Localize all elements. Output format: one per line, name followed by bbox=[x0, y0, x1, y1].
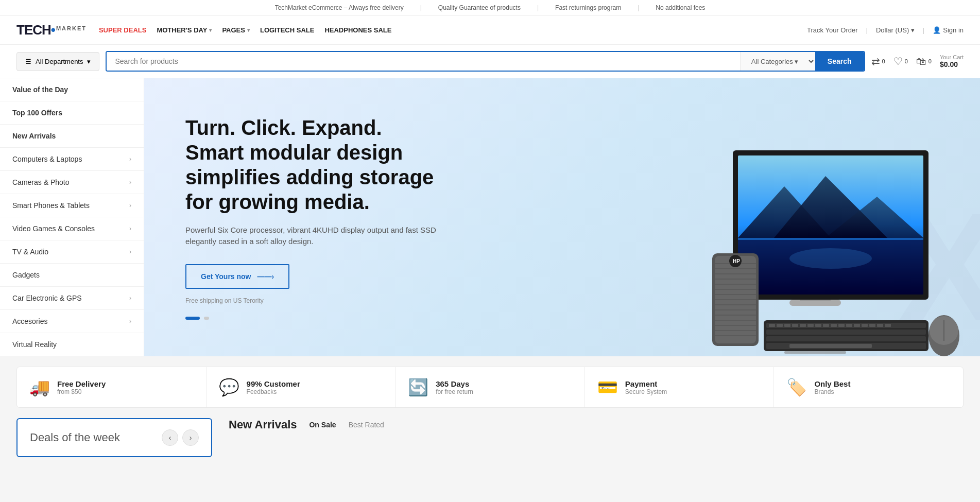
feature-text: 365 Days for free return bbox=[436, 379, 473, 395]
sidebar-item-label: Gadgets bbox=[12, 271, 40, 279]
svg-rect-41 bbox=[807, 324, 814, 327]
tab-on-sale[interactable]: On Sale bbox=[309, 421, 336, 429]
svg-rect-34 bbox=[766, 336, 926, 341]
chevron-down-icon: ▾ bbox=[911, 26, 915, 34]
sidebar-item-label: Computers & Laptops bbox=[12, 155, 82, 163]
currency-selector[interactable]: Dollar (US) ▾ bbox=[876, 26, 915, 34]
topbar-item-3: Fast returnings program bbox=[555, 4, 621, 11]
sidebar-item-gadgets[interactable]: Gadgets bbox=[0, 264, 144, 287]
logo[interactable]: TECH•MARKET bbox=[16, 22, 87, 38]
svg-rect-36 bbox=[769, 324, 775, 327]
svg-rect-44 bbox=[831, 324, 837, 327]
feature-text: Only Best Brands bbox=[814, 379, 850, 395]
feature-strip: 🚚 Free Delivery from $50 💬 99% Customer … bbox=[16, 367, 964, 408]
svg-rect-49 bbox=[869, 324, 875, 327]
hero-dot-active[interactable] bbox=[185, 317, 200, 320]
sidebar-item-label: Virtual Reality bbox=[12, 340, 57, 349]
brand-icon: 🏷️ bbox=[786, 377, 807, 397]
hero-dots bbox=[185, 317, 443, 320]
deals-prev-button[interactable]: ‹ bbox=[162, 429, 178, 446]
tab-best-rated[interactable]: Best Rated bbox=[349, 421, 384, 429]
chevron-down-icon: ▾ bbox=[247, 27, 250, 33]
delivery-icon: 🚚 bbox=[29, 377, 50, 397]
main-nav: SUPER DEALS MOTHER'S DAY ▾ PAGES ▾ LOGIT… bbox=[99, 26, 795, 34]
new-arrivals-panel: New Arrivals On Sale Best Rated bbox=[229, 418, 964, 457]
search-button[interactable]: Search bbox=[815, 52, 864, 71]
chevron-right-icon: › bbox=[129, 225, 131, 232]
logo-tech: TECH bbox=[16, 22, 51, 38]
hero-title: Turn. Click. Expand. Smart modular desig… bbox=[185, 115, 443, 214]
sidebar-item-label: Accesories bbox=[12, 317, 47, 325]
chevron-down-icon: ▾ bbox=[87, 58, 91, 65]
sidebar-item-new-arrivals[interactable]: New Arrivals bbox=[0, 125, 144, 148]
feedback-icon: 💬 bbox=[219, 377, 239, 397]
sidebar-item-label: New Arrivals bbox=[12, 132, 56, 140]
hero-subtitle: Powerful Six Core processor, vibrant 4KU… bbox=[185, 224, 443, 248]
sidebar-item-value-of-the-day[interactable]: Value of the Day bbox=[0, 78, 144, 101]
new-arrivals-title: New Arrivals bbox=[229, 418, 297, 431]
nav-mothers-day[interactable]: MOTHER'S DAY ▾ bbox=[157, 26, 212, 34]
feature-payment: 💳 Payment Secure System bbox=[585, 367, 775, 407]
sidebar-item-label: Video Games & Consoles bbox=[12, 224, 95, 233]
svg-rect-45 bbox=[838, 324, 845, 327]
deals-title-bold: Deals bbox=[30, 431, 59, 444]
track-order-link[interactable]: Track Your Order bbox=[807, 26, 858, 34]
svg-rect-37 bbox=[777, 324, 783, 327]
hero-banner: Turn. Click. Expand. Smart modular desig… bbox=[144, 78, 980, 356]
bag-icon: 🛍 bbox=[916, 56, 926, 67]
search-container: All Categories ▾ Search bbox=[106, 51, 865, 72]
hero-dot-inactive[interactable] bbox=[204, 317, 209, 320]
nav-headphones-sale[interactable]: HEADPHONES SALE bbox=[324, 26, 391, 34]
nav-pages[interactable]: PAGES ▾ bbox=[222, 26, 250, 34]
sidebar-item-computers-laptops[interactable]: Computers & Laptops › bbox=[0, 148, 144, 171]
header-icons: ⇄ 0 ♡ 0 🛍 0 Your Cart $0.00 bbox=[871, 54, 964, 68]
deals-navigation: ‹ › bbox=[162, 429, 199, 446]
sidebar-item-smartphones-tablets[interactable]: Smart Phones & Tablets › bbox=[0, 194, 144, 217]
hero-image-area: X bbox=[520, 78, 980, 356]
svg-rect-46 bbox=[846, 324, 852, 327]
svg-rect-33 bbox=[766, 330, 926, 335]
topbar-item-1: TechMarket eCommerce – Always free deliv… bbox=[275, 4, 404, 11]
heart-icon: ♡ bbox=[893, 55, 903, 67]
wishlist-icon-button[interactable]: ♡ 0 bbox=[893, 55, 908, 67]
compare-icon-button[interactable]: ⇄ 0 bbox=[871, 55, 885, 67]
return-icon: 🔄 bbox=[408, 377, 428, 397]
chevron-down-icon: ▾ bbox=[209, 27, 212, 33]
nav-logitech-sale[interactable]: LOGITECH SALE bbox=[260, 26, 314, 34]
all-departments-button[interactable]: ☰ All Departments ▾ bbox=[16, 52, 99, 71]
chevron-right-icon: › bbox=[129, 318, 131, 325]
hero-cta-button[interactable]: Get Yours now ——› bbox=[185, 264, 289, 289]
sidebar-item-label: Smart Phones & Tablets bbox=[12, 201, 90, 210]
feature-text: Free Delivery from $50 bbox=[57, 379, 106, 395]
sidebar-item-accesories[interactable]: Accesories › bbox=[0, 310, 144, 333]
deals-title-rest: of the week bbox=[59, 431, 120, 444]
sidebar-item-car-electronic[interactable]: Car Electronic & GPS › bbox=[0, 287, 144, 310]
sidebar-item-label: Value of the Day bbox=[12, 85, 68, 94]
svg-rect-47 bbox=[854, 324, 860, 327]
category-select[interactable]: All Categories ▾ bbox=[741, 52, 815, 71]
logo-dot: • bbox=[51, 22, 55, 38]
sidebar-item-virtual-reality[interactable]: Virtual Reality bbox=[0, 333, 144, 356]
nav-super-deals[interactable]: SUPER DEALS bbox=[99, 26, 146, 34]
sidebar-item-video-games[interactable]: Video Games & Consoles › bbox=[0, 217, 144, 240]
sidebar-item-cameras-photo[interactable]: Cameras & Photo › bbox=[0, 171, 144, 194]
sidebar-item-label: Top 100 Offers bbox=[12, 109, 62, 117]
topbar-item-4: No additional fees bbox=[656, 4, 705, 11]
arrow-right-icon: ——› bbox=[257, 272, 274, 281]
cart-area[interactable]: Your Cart $0.00 bbox=[940, 54, 964, 68]
top-bar: TechMarket eCommerce – Always free deliv… bbox=[0, 0, 980, 16]
deals-next-button[interactable]: › bbox=[182, 429, 199, 446]
sign-in-button[interactable]: 👤 Sign in bbox=[933, 26, 964, 34]
search-input[interactable] bbox=[107, 52, 740, 71]
sidebar: Value of the Day Top 100 Offers New Arri… bbox=[0, 78, 144, 356]
feature-text: 99% Customer Feedbacks bbox=[247, 379, 300, 395]
svg-rect-10 bbox=[738, 238, 923, 240]
sidebar-item-tv-audio[interactable]: TV & Audio › bbox=[0, 240, 144, 264]
svg-text:HP: HP bbox=[733, 258, 740, 264]
search-bar-area: ☰ All Departments ▾ All Categories ▾ Sea… bbox=[0, 45, 980, 78]
svg-rect-42 bbox=[815, 324, 821, 327]
sidebar-item-top-100[interactable]: Top 100 Offers bbox=[0, 101, 144, 125]
feature-customer-feedbacks: 💬 99% Customer Feedbacks bbox=[207, 367, 396, 407]
svg-point-11 bbox=[789, 248, 872, 269]
cart-icon-button[interactable]: 🛍 0 bbox=[916, 56, 932, 67]
